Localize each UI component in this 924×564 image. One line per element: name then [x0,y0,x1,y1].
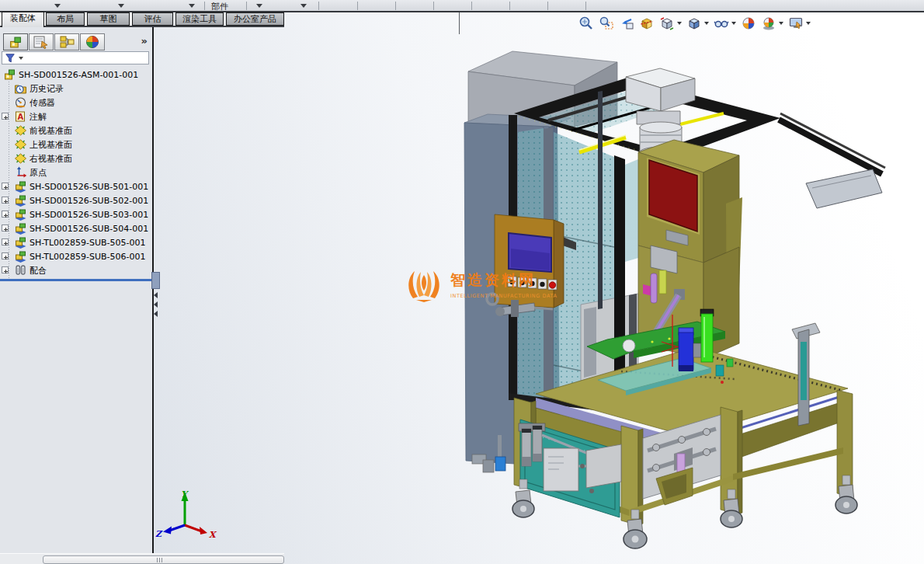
tab-evaluate[interactable]: 评估 [132,12,173,26]
tree-item-right-plane[interactable]: 右视基准面 [0,151,152,165]
toolbar-separator [433,2,434,10]
tab-layout[interactable]: 布局 [46,12,85,26]
tab-sketch[interactable]: 草图 [87,12,130,26]
toolbar-dropdown-icon[interactable] [256,4,262,8]
orientation-triad: Y X Z [154,488,219,539]
tree-item-mates[interactable]: 配合 [0,263,152,277]
tree-item-sub-501[interactable]: SH-SD001526-SUB-501-001 [0,179,152,193]
expander-icon[interactable] [2,266,9,273]
expander-icon[interactable] [2,238,9,245]
tab-assembly[interactable]: 装配体 [2,12,44,27]
triad-z-label: Z [155,529,163,539]
tree-item-history[interactable]: 历史记录 [0,82,152,96]
toolbar-separator [318,2,319,10]
annotations-icon [14,110,27,123]
subassembly-icon [14,208,27,221]
display-style-icon[interactable] [685,14,703,33]
subassembly-icon [14,180,27,193]
previous-view-icon[interactable] [617,14,636,33]
horizontal-splitter-handle[interactable] [43,555,284,564]
tree-item-top-plane[interactable]: 上视基准面 [0,138,152,151]
expander-icon[interactable] [2,252,9,259]
apply-scene-dropdown[interactable] [779,22,783,25]
assembly-icon [3,68,16,81]
filter-funnel-icon [5,53,16,64]
apply-scene-icon[interactable] [759,14,778,33]
tab-property-manager[interactable] [29,33,54,50]
tree-item-front-plane[interactable]: 前视基准面 [0,124,152,138]
expander-icon[interactable] [2,225,9,232]
tab-render-tools[interactable]: 渲染工具 [175,12,224,26]
tab-configuration-manager[interactable] [54,33,79,50]
plane-icon [14,124,27,137]
collapse-arrow-icon [154,301,158,308]
hide-show-items-icon[interactable] [712,14,731,33]
toolbar-dropdown-icon[interactable] [118,4,124,8]
expander-icon[interactable] [2,197,9,204]
origin-icon [14,166,27,179]
toolbar-separator [357,2,358,10]
subassembly-icon [14,250,27,263]
graphics-viewport[interactable]: 智造资料网 INTELLIGENT MANUFACTURING DATA Y X… [153,12,924,564]
tree-item-sub-505[interactable]: SH-TL002859-SUB-505-001 [0,235,152,249]
panel-collapse-arrows[interactable] [154,292,158,320]
zoom-to-area-icon[interactable] [597,14,616,33]
filter-dropdown-icon[interactable] [19,57,23,60]
tab-display-manager[interactable] [80,33,105,50]
subassembly-icon [14,222,27,235]
tree-item-sub-503[interactable]: SH-SD001526-SUB-503-001 [0,207,152,221]
display-style-dropdown[interactable] [704,22,709,25]
view-settings-dropdown[interactable] [806,22,811,25]
expander-icon[interactable] [2,183,9,190]
heads-up-view-toolbar [576,13,813,33]
toolbar-separator [395,2,396,10]
tree-item-sub-502[interactable]: SH-SD001526-SUB-502-001 [0,193,152,207]
mates-icon [14,264,27,277]
collapse-arrow-icon [154,311,158,317]
command-manager-edge [459,12,460,34]
view-orientation-dropdown[interactable] [677,22,682,25]
solidworks-window: 智造资料网 INTELLIGENT MANUFACTURING DATA Y X… [0,0,924,564]
splitter-grip-icon [157,558,164,562]
panel-scrollbar-thumb[interactable] [151,272,160,289]
tree-item-sub-504[interactable]: SH-SD001526-SUB-504-001 [0,221,152,235]
toolbar-separator [471,2,472,10]
panel-overflow-button[interactable]: » [141,35,148,47]
view-orientation-icon[interactable] [658,14,676,33]
tree-item-sub-506[interactable]: SH-TL002859-SUB-506-001 [0,249,152,263]
tree-filter[interactable] [2,51,149,64]
toolbar-separator [547,2,548,10]
feature-tree: SH-SD001526-ASM-001-001 历史记录 传感器 注解 前视基准… [0,68,152,279]
subassembly-icon [14,236,27,249]
plane-icon [14,152,27,165]
command-toolbar-strip: 部件 [0,0,924,12]
section-view-icon[interactable] [637,14,656,33]
collapse-arrow-icon [154,292,158,298]
triad-x-label: X [209,530,217,539]
hide-show-items-dropdown[interactable] [731,22,736,25]
tree-item-root[interactable]: SH-SD001526-ASM-001-001 [0,68,152,82]
expander-icon[interactable] [2,113,9,120]
toolbar-dropdown-icon[interactable] [54,4,61,8]
subassembly-icon [14,194,27,207]
tab-feature-manager[interactable] [3,33,28,50]
tree-item-sensors[interactable]: 传感器 [0,96,152,110]
bottom-splitter-area [0,553,284,564]
tree-pane-splitter[interactable] [0,279,152,281]
feature-manager-panel: » SH-SD001526-ASM-001-001 历史记录 传感器 [0,27,152,564]
toolbar-separator [509,2,510,10]
toolbar-separator [204,2,205,10]
zoom-to-fit-icon[interactable] [577,14,596,33]
expander-icon[interactable] [2,211,9,218]
edit-appearance-icon[interactable] [739,14,758,33]
tab-office-products[interactable]: 办公室产品 [226,12,284,26]
plane-icon [14,138,27,151]
tree-item-origin[interactable]: 原点 [0,165,152,179]
toolbar-group-label: 部件 [211,1,228,12]
triad-y-label: Y [181,489,189,500]
toolbar-dropdown-icon[interactable] [300,4,307,8]
view-settings-icon[interactable] [787,14,805,33]
tree-item-annotations[interactable]: 注解 [0,110,152,124]
3d-model-machine[interactable] [153,12,924,564]
toolbar-dropdown-icon[interactable] [189,4,195,8]
